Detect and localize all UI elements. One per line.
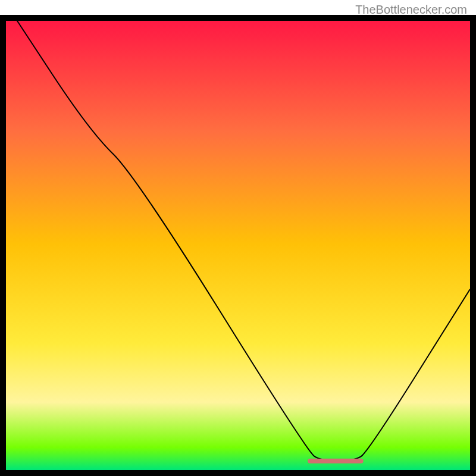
optimal-marker <box>308 459 364 464</box>
chart-container: TheBottlenecker.com <box>0 0 476 476</box>
chart-svg <box>0 0 476 476</box>
chart-background <box>6 18 470 470</box>
watermark-text: TheBottlenecker.com <box>355 3 467 17</box>
plot-area <box>3 18 473 473</box>
